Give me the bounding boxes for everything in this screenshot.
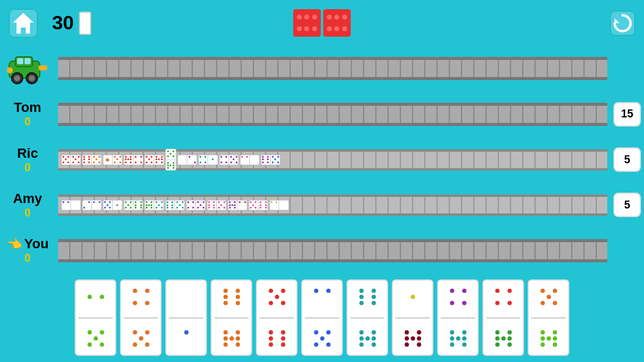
ric-domino-4[interactable] (124, 155, 143, 165)
hand-domino-4[interactable] (211, 279, 252, 356)
app: 30 (0, 0, 644, 362)
track-train (58, 57, 607, 80)
track-row-you (55, 228, 610, 273)
amy-domino-2[interactable] (82, 200, 102, 210)
player-slot-you: 👈 You 0 (0, 228, 55, 273)
score-badge-slot-amy: 5 (610, 182, 644, 227)
hand-domino-5[interactable] (256, 279, 298, 356)
hand-domino-10[interactable] (482, 279, 524, 356)
score-badge-slot-train (610, 46, 644, 91)
hand-domino-4-bottom (223, 330, 240, 347)
svg-rect-12 (39, 65, 47, 70)
ric-domino-3[interactable] (103, 155, 122, 165)
hand-domino-11-bottom (540, 330, 557, 347)
hand-domino-8-top (404, 289, 421, 306)
amy-domino-10[interactable] (249, 200, 268, 210)
center-domino (293, 9, 351, 37)
amy-domino-3[interactable] (103, 200, 122, 210)
player-name-ric: Ric (17, 146, 38, 161)
track-row-train (55, 46, 610, 91)
player-slot-ric: Ric 0 (0, 137, 55, 182)
hand-domino-11[interactable] (528, 279, 569, 356)
ric-domino-5[interactable] (144, 155, 164, 165)
hand-domino-3-top (178, 289, 195, 306)
hand-domino-6[interactable] (301, 279, 343, 356)
center-tile-left (293, 9, 321, 37)
score-badge-tom: 15 (613, 102, 641, 127)
hand-domino-2-top (132, 289, 149, 306)
svg-point-11 (29, 75, 35, 81)
hand-domino-7-top (359, 289, 376, 306)
hand-domino-11-top (540, 289, 557, 306)
amy-domino-5[interactable] (144, 200, 164, 210)
amy-domino-7[interactable] (186, 200, 206, 210)
hand-domino-10-bottom (495, 330, 512, 347)
score-badge-slot-tom: 15 (610, 91, 644, 136)
track-row-tom (55, 91, 610, 136)
player-slot-train (0, 46, 55, 91)
track-row-ric (55, 137, 610, 182)
amy-domino-1[interactable] (61, 200, 81, 210)
ric-domino-11[interactable] (261, 155, 280, 165)
ric-domino-2[interactable] (82, 155, 102, 165)
hand-domino-7-bottom (359, 330, 376, 347)
hand-domino-3-bottom (178, 330, 195, 347)
player-slot-tom: Tom 0 (0, 91, 55, 136)
score-badge-slot-ric: 5 (610, 137, 644, 182)
hand-domino-9-top (449, 289, 466, 306)
player-name-amy: Amy (13, 191, 42, 207)
track-amy (58, 188, 607, 222)
score-badges: 15 5 5 (610, 46, 644, 273)
track-you (58, 239, 607, 262)
score-number: 30 (52, 12, 74, 34)
ric-domino-8[interactable] (198, 155, 218, 165)
center-tile-right (323, 9, 351, 37)
hand-domino-3[interactable] (165, 279, 207, 356)
player-slot-amy: Amy 0 (0, 182, 55, 227)
game-area: Tom 0 Ric 0 Amy 0 👈 You 0 (0, 46, 644, 273)
amy-domino-8[interactable] (207, 200, 227, 210)
player-score-you: 0 (24, 252, 31, 265)
hand-domino-5-bottom (268, 330, 285, 347)
ric-domino-10[interactable] (240, 155, 260, 165)
amy-domino-11[interactable] (269, 200, 289, 210)
hand-domino-2[interactable] (120, 279, 162, 356)
refresh-icon (610, 10, 635, 36)
amy-domino-6[interactable] (165, 200, 185, 210)
hand-domino-1-bottom (87, 330, 104, 347)
svg-rect-6 (17, 58, 23, 64)
svg-point-13 (7, 67, 13, 73)
hand-domino-4-top (223, 289, 240, 306)
hand-domino-9[interactable] (437, 279, 479, 356)
ric-domino-6[interactable] (165, 149, 176, 171)
hand-domino-1[interactable] (75, 279, 116, 356)
track-row-amy (55, 182, 610, 227)
amy-domino-4[interactable] (124, 200, 143, 210)
tracks-area (55, 46, 610, 273)
svg-point-9 (14, 75, 20, 81)
hand-domino-5-top (268, 289, 285, 306)
amy-domino-9[interactable] (228, 200, 247, 210)
top-bar: 30 (0, 0, 644, 46)
score-badge-amy: 5 (613, 193, 641, 217)
player-name-tom: Tom (14, 100, 42, 116)
score-display: 30 (52, 12, 91, 35)
hand-domino-9-bottom (449, 330, 466, 347)
train-icon (6, 52, 49, 86)
hand-domino-7[interactable] (346, 279, 388, 356)
score-tile (79, 12, 91, 35)
domino-row-ric (58, 143, 280, 177)
hand-domino-8[interactable] (392, 279, 433, 356)
home-icon (8, 8, 39, 39)
hand-domino-10-top (495, 289, 512, 306)
svg-rect-7 (24, 58, 31, 64)
track-ric (58, 143, 607, 177)
ric-domino-1[interactable] (61, 155, 81, 165)
hand-domino-1-top (87, 289, 104, 306)
refresh-button[interactable] (607, 8, 638, 39)
hand-domino-2-bottom (132, 330, 149, 347)
ric-domino-7[interactable] (178, 155, 197, 165)
ric-domino-9[interactable] (219, 155, 239, 165)
score-badge-slot-you (610, 228, 644, 273)
home-button[interactable] (6, 6, 40, 40)
